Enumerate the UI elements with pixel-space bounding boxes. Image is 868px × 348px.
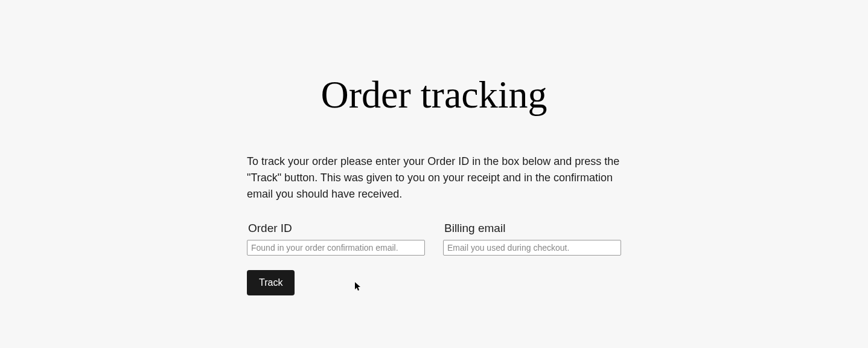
page-title: Order tracking <box>321 72 547 117</box>
track-button[interactable]: Track <box>247 270 295 295</box>
billing-email-input[interactable] <box>443 240 621 256</box>
billing-email-label: Billing email <box>443 222 621 235</box>
instructions-text: To track your order please enter your Or… <box>247 153 621 202</box>
order-id-group: Order ID <box>247 222 425 256</box>
form-container: To track your order please enter your Or… <box>247 153 621 295</box>
order-id-input[interactable] <box>247 240 425 256</box>
order-id-label: Order ID <box>247 222 425 235</box>
billing-email-group: Billing email <box>443 222 621 256</box>
form-row: Order ID Billing email <box>247 222 621 256</box>
